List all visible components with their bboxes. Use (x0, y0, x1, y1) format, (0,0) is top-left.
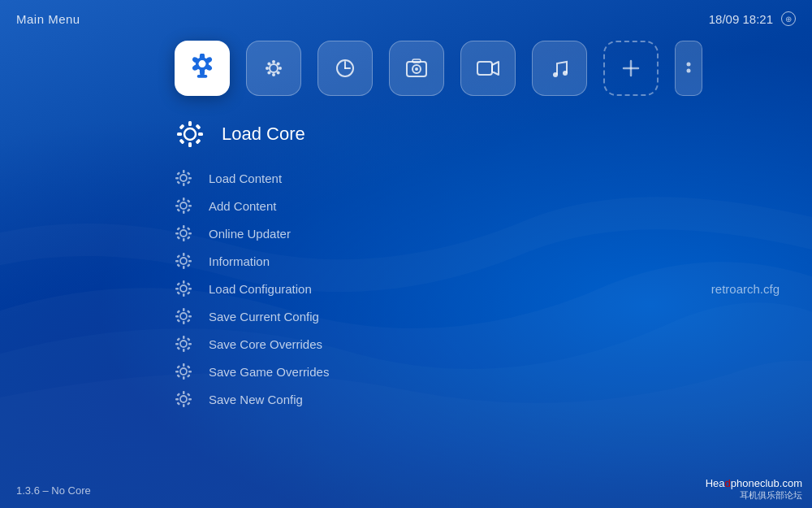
svg-point-14 (279, 67, 282, 70)
svg-rect-26 (477, 62, 492, 75)
icon-more[interactable] (675, 41, 702, 96)
svg-point-79 (180, 285, 187, 292)
svg-rect-116 (183, 391, 185, 394)
menu-item[interactable]: Add Content (175, 192, 812, 219)
svg-rect-102 (176, 337, 180, 341)
svg-rect-44 (183, 170, 185, 173)
menu-item-label: Save Core Overrides (209, 337, 322, 351)
svg-rect-104 (176, 346, 180, 350)
menu-item[interactable]: Save Game Overrides (175, 358, 812, 385)
svg-point-97 (180, 341, 187, 347)
icon-video[interactable] (460, 41, 516, 96)
svg-point-15 (267, 62, 270, 65)
svg-rect-119 (188, 398, 192, 401)
svg-rect-36 (188, 142, 192, 147)
svg-rect-69 (187, 236, 191, 240)
add-icon (619, 56, 643, 80)
watermark-line2: 耳机俱乐部论坛 (740, 489, 802, 501)
menu-item-icon (175, 335, 192, 353)
svg-rect-68 (176, 236, 180, 240)
menu-item[interactable]: Save New Config (175, 385, 812, 413)
svg-rect-71 (183, 253, 185, 256)
menu-item-label: Load Configuration (209, 282, 312, 296)
svg-rect-99 (183, 349, 185, 352)
menu-item-load-core[interactable]: Load Core (175, 112, 812, 156)
svg-rect-55 (175, 205, 179, 207)
settings-icon (261, 56, 286, 80)
load-core-label: Load Core (222, 124, 305, 145)
icon-add[interactable] (603, 41, 659, 96)
svg-rect-85 (187, 282, 191, 286)
svg-rect-112 (187, 365, 191, 369)
svg-rect-111 (176, 365, 180, 369)
svg-rect-121 (187, 393, 191, 397)
retroarch-icon (188, 54, 217, 83)
svg-rect-83 (188, 288, 192, 290)
menu-item-icon (175, 307, 192, 325)
menu-item-label: Add Content (209, 199, 276, 213)
icon-history[interactable] (317, 41, 373, 96)
svg-rect-107 (183, 363, 185, 367)
menu-item[interactable]: Save Current Config (175, 302, 812, 330)
svg-rect-122 (176, 402, 180, 406)
svg-rect-73 (175, 260, 179, 263)
svg-rect-123 (187, 402, 191, 406)
menu-item[interactable]: Information (175, 247, 812, 275)
svg-rect-37 (177, 132, 182, 136)
icon-settings[interactable] (246, 41, 301, 96)
svg-rect-47 (188, 177, 192, 180)
svg-rect-91 (175, 315, 179, 318)
svg-rect-39 (179, 124, 184, 129)
svg-rect-75 (176, 254, 180, 258)
svg-point-106 (180, 368, 187, 375)
video-icon (476, 56, 500, 80)
svg-rect-108 (183, 376, 185, 380)
svg-rect-64 (175, 232, 179, 235)
svg-rect-54 (183, 211, 185, 214)
svg-rect-84 (176, 282, 180, 286)
ui-layer: Main Menu 18/09 18:21 ⊕ (0, 0, 812, 508)
svg-point-43 (180, 175, 187, 181)
svg-rect-92 (188, 315, 192, 318)
menu-item-label: Online Updater (209, 227, 291, 241)
icon-retroarch[interactable] (175, 41, 230, 96)
svg-rect-100 (175, 343, 179, 345)
icon-music[interactable] (532, 41, 587, 96)
svg-rect-117 (183, 404, 185, 407)
menu-item-icon (175, 363, 192, 380)
menu-items: Load Content Add Content Online Updater (175, 164, 812, 413)
svg-rect-81 (183, 293, 185, 297)
svg-rect-87 (187, 291, 191, 295)
menu-item[interactable]: Load Configurationretroarch.cfg (175, 275, 812, 302)
menu-item[interactable]: Load Content (175, 164, 812, 192)
menu-item-label: Save Current Config (209, 310, 319, 323)
menu-item-icon (175, 252, 192, 270)
svg-rect-86 (176, 291, 180, 295)
svg-rect-51 (187, 180, 191, 185)
svg-point-34 (184, 128, 196, 140)
svg-point-52 (180, 202, 187, 209)
menu-item[interactable]: Online Updater (175, 219, 812, 247)
menu-item-icon (175, 197, 192, 215)
svg-rect-90 (183, 321, 185, 324)
menu-item[interactable]: Save Core Overrides (175, 330, 812, 358)
menu-area: Load Core Load Content Add Content (0, 96, 812, 413)
menu-item-icon (175, 280, 192, 297)
svg-point-1 (199, 60, 206, 67)
menu-item-label: Load Content (209, 172, 282, 185)
watermark-line1: Headphoneclub.com (706, 477, 802, 489)
svg-rect-63 (183, 238, 185, 241)
screenshot-icon (404, 56, 429, 80)
svg-rect-57 (176, 199, 180, 203)
svg-rect-46 (175, 177, 179, 180)
svg-rect-110 (188, 371, 192, 373)
icon-screenshot[interactable] (389, 41, 444, 96)
svg-rect-58 (187, 199, 191, 203)
svg-point-17 (277, 62, 280, 65)
svg-point-115 (180, 396, 187, 402)
menu-item-icon (175, 390, 192, 408)
svg-rect-62 (183, 225, 185, 228)
svg-rect-118 (175, 398, 179, 401)
watermark: Headphoneclub.com 耳机俱乐部论坛 (706, 477, 802, 501)
clock-icon: ⊕ (781, 11, 796, 26)
